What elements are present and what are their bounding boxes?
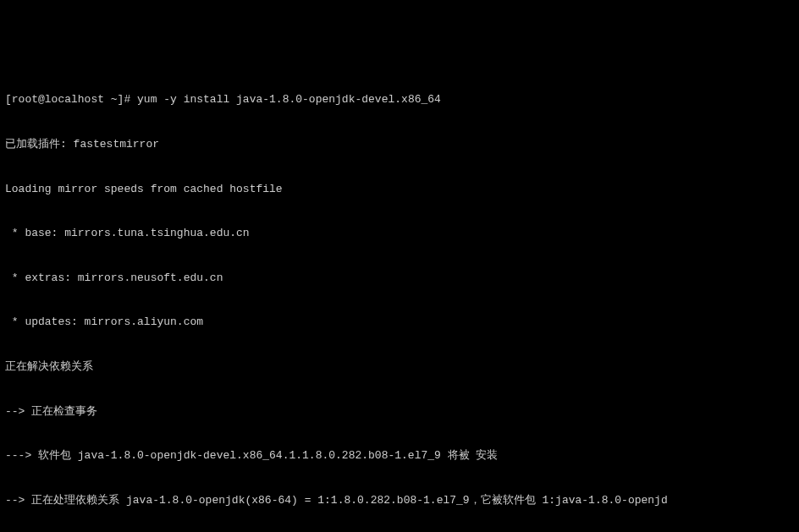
terminal-line: 已加载插件: fastestmirror — [5, 137, 799, 152]
terminal-line: * base: mirrors.tuna.tsinghua.edu.cn — [5, 226, 799, 241]
terminal-line: --> 正在处理依赖关系 java-1.8.0-openjdk(x86-64) … — [5, 493, 799, 508]
terminal-line: 正在解决依赖关系 — [5, 359, 799, 375]
terminal-line: * extras: mirrors.neusoft.edu.cn — [5, 271, 799, 286]
terminal-line: * updates: mirrors.aliyun.com — [5, 315, 799, 330]
terminal-line: --> 正在检查事务 — [5, 404, 799, 420]
terminal-window[interactable]: [root@localhost ~]# yum -y install java-… — [5, 63, 799, 532]
terminal-line: ---> 软件包 java-1.8.0-openjdk-devel.x86_64… — [5, 448, 799, 463]
terminal-line: [root@localhost ~]# yum -y install java-… — [5, 92, 799, 107]
terminal-line: Loading mirror speeds from cached hostfi… — [5, 182, 799, 197]
